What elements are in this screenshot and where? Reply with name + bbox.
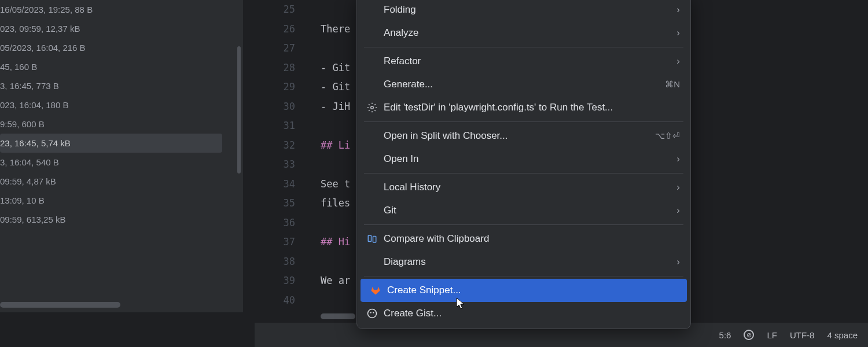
blank-icon [366,4,378,16]
line-number: 27 [255,39,295,58]
chevron-right-icon: › [676,4,680,16]
file-tree-panel: 16/05/2023, 19:25, 88 B023, 09:59, 12,37… [0,0,243,312]
chevron-right-icon: › [676,56,680,67]
chevron-right-icon: › [676,27,680,39]
menu-item-label: Edit 'testDir' in 'playwright.config.ts'… [384,102,680,113]
menu-item-local-history[interactable]: Local History› [357,176,690,199]
menu-item-label: Diagrams [384,256,671,268]
file-item[interactable]: 23, 16:45, 5,74 kB [0,134,222,153]
indent-setting[interactable]: 4 space [827,330,858,340]
menu-item-label: Local History [384,182,671,193]
menu-item-git[interactable]: Git› [357,199,690,222]
line-number: 35 [255,194,295,213]
svg-point-5 [373,312,374,313]
chevron-right-icon: › [676,205,680,216]
file-list: 16/05/2023, 19:25, 88 B023, 09:59, 12,37… [0,0,243,229]
file-item[interactable]: 3, 16:45, 773 B [0,76,243,95]
menu-shortcut: ⌥⇧⏎ [655,131,680,141]
file-item[interactable]: 45, 160 B [0,57,243,76]
menu-item-label: Generate... [384,79,659,90]
menu-shortcut: ⌘N [665,79,680,90]
line-number: 39 [255,271,295,291]
editor-context-menu: Folding›Analyze›Refactor›Generate...⌘NEd… [356,0,691,329]
line-number: 31 [255,116,295,136]
compare-icon [366,233,378,245]
file-item[interactable]: 9:59, 600 B [0,115,243,134]
menu-separator [364,276,683,276]
menu-item-open-in-split-with-chooser[interactable]: Open in Split with Chooser...⌥⇧⏎ [357,124,690,147]
gitlab-icon [370,285,381,296]
menu-item-create-snippet[interactable]: Create Snippet... [361,279,687,302]
blank-icon [366,130,378,142]
menu-item-edit-testdir-in-playwright-config-ts-to-run-the-test[interactable]: Edit 'testDir' in 'playwright.config.ts'… [357,96,690,119]
menu-item-label: Create Gist... [384,308,680,319]
file-item[interactable]: 3, 16:04, 540 B [0,153,243,172]
line-number: 33 [255,155,295,175]
line-number: 38 [255,252,295,272]
editor-gutter: 25262728293031323334353637383940 [255,0,312,347]
sidebar-scrollbar-horizontal[interactable] [0,302,120,308]
menu-item-analyze[interactable]: Analyze› [357,21,690,45]
blank-icon [366,79,378,90]
blank-icon [366,153,378,165]
encoding-indicator-icon[interactable]: ⊘ [744,330,754,340]
menu-item-label: Refactor [384,56,671,67]
line-number: 34 [255,175,295,194]
line-number: 25 [255,0,295,20]
menu-separator [364,173,683,174]
menu-item-refactor[interactable]: Refactor› [357,50,690,73]
file-encoding[interactable]: UTF-8 [790,330,815,340]
blank-icon [366,182,378,193]
menu-separator [364,224,683,225]
chevron-right-icon: › [676,182,680,193]
menu-item-generate[interactable]: Generate...⌘N [357,73,690,96]
file-item[interactable]: 16/05/2023, 19:25, 88 B [0,0,243,19]
gear-icon [366,102,378,113]
line-number: 36 [255,213,295,233]
line-number: 40 [255,291,295,311]
menu-item-create-gist[interactable]: Create Gist... [357,302,690,325]
menu-separator [364,47,683,47]
line-number: 26 [255,20,295,39]
svg-point-0 [371,106,374,109]
github-icon [366,308,378,319]
file-item[interactable]: 023, 16:04, 180 B [0,95,243,115]
menu-item-label: Git [384,205,671,216]
line-number: 37 [255,232,295,252]
svg-rect-1 [368,235,371,242]
menu-item-label: Compare with Clipboard [384,233,680,245]
svg-point-4 [370,312,372,313]
chevron-right-icon: › [676,256,680,268]
menu-item-label: Create Snippet... [387,285,676,296]
line-number: 28 [255,58,295,78]
line-separator[interactable]: LF [767,330,777,340]
blank-icon [366,205,378,216]
svg-point-3 [368,309,377,318]
line-number: 29 [255,77,295,97]
file-item[interactable]: 13:09, 10 B [0,191,243,210]
cursor-position[interactable]: 5:6 [719,330,731,340]
file-item[interactable]: 09:59, 4,87 kB [0,172,243,191]
menu-item-folding[interactable]: Folding› [357,0,690,21]
file-item[interactable]: 023, 09:59, 12,37 kB [0,19,243,38]
menu-item-label: Open in Split with Chooser... [384,130,649,142]
line-number: 32 [255,136,295,156]
blank-icon [366,256,378,268]
chevron-right-icon: › [676,153,680,165]
menu-item-compare-with-clipboard[interactable]: Compare with Clipboard [357,227,690,250]
file-item[interactable]: 05/2023, 16:04, 216 B [0,38,243,57]
menu-item-label: Analyze [384,27,671,39]
sidebar-scrollbar-vertical[interactable] [237,46,241,174]
menu-item-label: Open In [384,153,671,165]
menu-separator [364,121,683,122]
file-item[interactable]: 09:59, 613,25 kB [0,210,243,229]
menu-item-open-in[interactable]: Open In› [357,147,690,171]
blank-icon [366,27,378,39]
svg-rect-2 [373,237,376,243]
editor-scrollbar-horizontal[interactable] [321,313,355,319]
blank-icon [366,56,378,67]
menu-item-label: Folding [384,4,671,16]
line-number: 30 [255,97,295,117]
menu-item-diagrams[interactable]: Diagrams› [357,250,690,274]
